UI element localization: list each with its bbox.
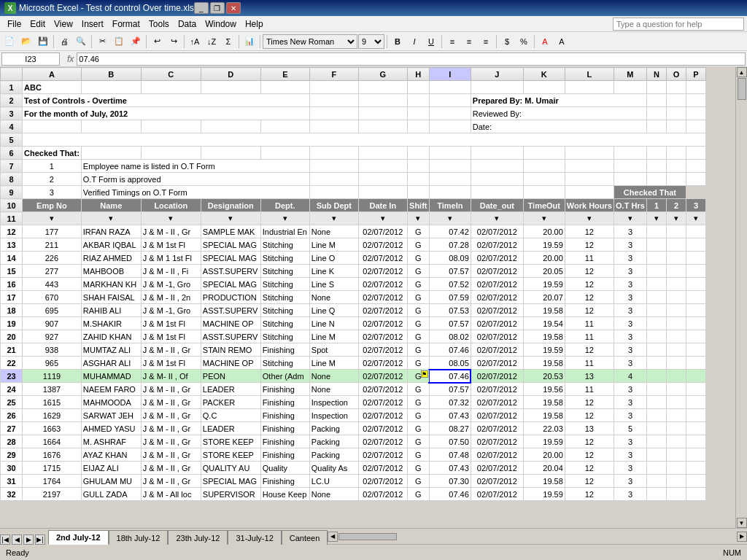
rownum-18[interactable]: 18 [1,304,23,317]
font-size-select[interactable]: 9 [358,34,384,49]
close-button[interactable]: ✕ [226,2,241,14]
cell-m1[interactable] [614,81,646,94]
filter-timeout[interactable]: ▾ [523,212,565,225]
open-button[interactable]: 📂 [18,34,34,50]
cell-a7[interactable]: 1 [23,160,82,173]
filter-datein[interactable]: ▾ [358,212,407,225]
cell-e1[interactable] [260,81,309,94]
cell-o6[interactable] [666,147,686,160]
cell-g1[interactable] [358,81,407,94]
tab-2nd-july[interactable]: 2nd July-12 [48,530,109,545]
cell-f3[interactable] [309,107,358,120]
cell-l9[interactable] [565,186,614,199]
cell-n8[interactable] [646,173,666,186]
vertical-scrollbar[interactable]: ▲ ▼ [735,67,747,528]
rownum-21[interactable]: 21 [1,343,23,357]
cell-k8[interactable] [523,173,565,186]
filter-shift[interactable]: ▾ [407,212,429,225]
cell-b7[interactable]: Employee name is listed in O.T Form [81,160,309,173]
sheet-nav-next[interactable]: ▶ [23,534,34,545]
new-button[interactable]: 📄 [1,34,18,50]
col-header-a[interactable]: A [23,68,82,81]
scroll-down[interactable]: ▼ [737,518,747,528]
rownum-13[interactable]: 13 [1,238,23,252]
font-color[interactable]: A [554,34,570,50]
sheet-nav-last[interactable]: ▶| [35,534,45,545]
filter-empno[interactable]: ▾ [23,212,82,225]
rownum-14[interactable]: 14 [1,252,23,265]
cell-i6[interactable] [429,147,471,160]
rownum-4[interactable]: 4 [1,120,23,133]
cell-b1[interactable] [81,81,141,94]
cell-o8[interactable] [666,173,686,186]
cell-n4[interactable] [646,120,666,133]
cell-a1[interactable]: ABC [23,81,82,94]
rownum-16[interactable]: 16 [1,278,23,291]
menu-help[interactable]: Help [241,18,268,31]
percent-button[interactable]: % [516,34,532,50]
preview-button[interactable]: 🔍 [73,34,89,50]
cell-a3[interactable]: For the month of July, 2012 [23,107,310,120]
minimize-button[interactable]: _ [194,2,209,14]
filter-name[interactable]: ▾ [81,212,141,225]
menu-insert[interactable]: Insert [77,18,108,31]
window-controls[interactable]: _ ❐ ✕ [194,2,241,14]
cell-c1[interactable] [141,81,201,94]
redo-button[interactable]: ↪ [166,34,182,50]
cell-i7[interactable] [429,160,471,173]
cell-a4[interactable] [23,120,82,133]
cell-b4[interactable] [81,120,141,133]
restore-button[interactable]: ❐ [210,2,225,14]
rownum-24[interactable]: 24 [1,383,23,396]
cell-c6[interactable] [141,147,201,160]
cell-e4[interactable] [260,120,309,133]
cell-p4[interactable] [686,120,705,133]
cell-i2[interactable] [429,94,471,107]
cell-b8[interactable]: O.T Form is approved [81,173,309,186]
cell-f2[interactable] [309,94,358,107]
rownum-29[interactable]: 29 [1,448,23,462]
name-box[interactable] [1,52,60,66]
cell-j1[interactable] [471,81,523,94]
menu-window[interactable]: Window [201,18,241,31]
sheet-nav-prev[interactable]: ◀ [12,534,22,545]
cell-d4[interactable] [201,120,260,133]
rownum-9[interactable]: 9 [1,186,23,199]
col-header-p[interactable]: P [686,68,705,81]
scroll-right[interactable]: ▶ [737,532,747,542]
cell-h4[interactable] [407,120,429,133]
cell-f1[interactable] [309,81,358,94]
cell-o4[interactable] [666,120,686,133]
fill-color[interactable]: A [537,34,553,50]
paste-button[interactable]: 📌 [128,34,144,50]
scroll-left[interactable]: ◀ [328,532,338,542]
cell-l1[interactable] [565,81,614,94]
sheet-nav[interactable]: |◀ ◀ ▶ ▶| [0,534,45,545]
menu-format[interactable]: Format [108,18,144,31]
cell-d6[interactable] [201,147,260,160]
cell-h8[interactable] [407,173,429,186]
tab-18th-july[interactable]: 18th July-12 [109,530,169,545]
cell-b9[interactable]: Verified Timings on O.T Form [81,186,309,199]
col-header-h[interactable]: H [407,68,429,81]
cell-n3[interactable] [646,107,666,120]
rownum-23[interactable]: 23 [1,370,23,383]
menu-edit[interactable]: Edit [26,18,50,31]
filter-subdept[interactable]: ▾ [309,212,358,225]
rownum-26[interactable]: 26 [1,409,23,422]
cell-a6[interactable]: Checked That: [23,147,82,160]
cell-f9[interactable] [309,186,358,199]
rownum-12[interactable]: 12 [1,225,23,238]
rownum-7[interactable]: 7 [1,160,23,173]
col-header-k[interactable]: K [523,68,565,81]
rownum-15[interactable]: 15 [1,265,23,278]
undo-button[interactable]: ↩ [149,34,165,50]
cell-l6[interactable] [565,147,614,160]
rownum-28[interactable]: 28 [1,435,23,448]
filter-timein[interactable]: ▾ [429,212,471,225]
cell-m8[interactable] [614,173,646,186]
cell-n1[interactable] [646,81,666,94]
font-select[interactable]: Times New Roman [263,34,357,49]
cell-g6[interactable] [358,147,407,160]
menu-data[interactable]: Data [174,18,201,31]
